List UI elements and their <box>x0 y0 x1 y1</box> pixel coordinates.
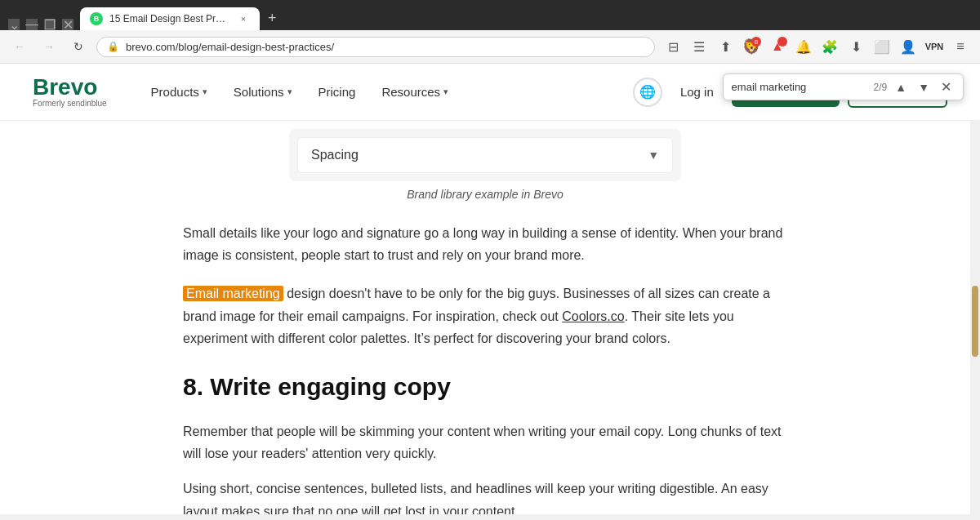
logo-subtext: Formerly sendinblue <box>33 99 107 108</box>
nav-products-label: Products <box>151 85 199 99</box>
para-4: Using short, concise sentences, bulleted… <box>183 478 787 514</box>
highlight-text: Email marketing <box>183 286 283 301</box>
login-button[interactable]: Log in <box>670 78 724 105</box>
url-text: brevo.com/blog/email-design-best-practic… <box>126 41 644 53</box>
nav-item-resources[interactable]: Resources ▾ <box>370 78 460 105</box>
reader-mode-icon[interactable]: ⊟ <box>662 35 684 58</box>
nav-resources-chevron: ▾ <box>443 87 448 97</box>
address-bar[interactable]: 🔒 brevo.com/blog/email-design-best-pract… <box>96 37 655 57</box>
image-caption: Brand library example in Brevo <box>289 188 681 201</box>
new-tab-button[interactable]: + <box>261 7 283 30</box>
nav-solutions-chevron: ▾ <box>287 87 292 97</box>
bookmark-icon[interactable]: ☰ <box>688 35 710 58</box>
sidebar-toggle-icon[interactable]: ⬜ <box>871 35 893 58</box>
find-bar: 2/9 ▲ ▼ ✕ <box>723 73 964 100</box>
vpn-label[interactable]: VPN <box>923 35 946 58</box>
menu-icon[interactable]: ≡ <box>949 35 972 58</box>
article-body: Small details like your logo and signatu… <box>150 222 820 514</box>
extensions-icon[interactable]: 🧩 <box>818 35 841 58</box>
section-heading-8: 8. Write engaging copy <box>183 366 787 407</box>
para-2: Email marketing design doesn't have to b… <box>183 282 787 349</box>
brave-extension-icon[interactable]: 🦁 8 <box>740 35 763 58</box>
nav-item-products[interactable]: Products ▾ <box>140 78 219 105</box>
browser-toolbar: ← → ↻ 🔒 brevo.com/blog/email-design-best… <box>0 30 980 64</box>
window-close-btn[interactable]: ✕ <box>62 19 74 30</box>
logo-text: Brevo <box>33 76 107 99</box>
nav-products-chevron: ▾ <box>203 87 207 97</box>
browser-tab-active[interactable]: B 15 Email Design Best Practices f × <box>80 7 260 30</box>
toolbar-icons: ⊟ ☰ ⬆ 🦁 8 ▲ 🔔 🧩 ⬇ ⬜ 👤 VPN ≡ <box>662 35 972 58</box>
reload-button[interactable]: ↻ <box>67 35 90 58</box>
forward-button[interactable]: → <box>38 35 60 58</box>
find-prev-button[interactable]: ▲ <box>892 79 910 96</box>
notifications-icon[interactable]: 🔔 <box>792 35 815 58</box>
profile-icon[interactable]: 👤 <box>897 35 920 58</box>
para-1: Small details like your logo and signatu… <box>183 222 787 266</box>
browser-window: ⌄ — ❐ ✕ B 15 Email Design Best Practices… <box>0 0 980 514</box>
tab-title: 15 Email Design Best Practices f <box>109 13 230 24</box>
find-count: 2/9 <box>874 82 888 93</box>
find-next-button[interactable]: ▼ <box>915 79 933 96</box>
browser-titlebar: ⌄ — ❐ ✕ B 15 Email Design Best Practices… <box>0 0 980 30</box>
para-3: Remember that people will be skimming yo… <box>183 420 787 464</box>
spacing-label: Spacing <box>311 148 359 162</box>
nav-pricing-label: Pricing <box>318 85 356 99</box>
brevo-logo: Brevo Formerly sendinblue <box>33 76 107 108</box>
find-input[interactable] <box>732 81 869 93</box>
window-minimize-btn[interactable]: — <box>26 19 38 30</box>
extension2-icon[interactable]: ▲ <box>766 35 789 58</box>
nav-item-pricing[interactable]: Pricing <box>307 78 368 105</box>
nav-item-solutions[interactable]: Solutions ▾ <box>222 78 304 105</box>
nav-solutions-label: Solutions <box>234 85 284 99</box>
tab-favicon: B <box>90 12 103 25</box>
tab-close-btn[interactable]: × <box>237 12 250 25</box>
coolors-link[interactable]: Coolors.co <box>562 309 624 323</box>
brave-badge: 8 <box>751 37 761 47</box>
downloads-icon[interactable]: ⬇ <box>844 35 867 58</box>
language-selector[interactable]: 🌐 <box>633 78 662 107</box>
window-maximize-btn[interactable]: ❐ <box>44 19 56 30</box>
spacing-chevron: ▼ <box>648 149 659 162</box>
window-more-btn[interactable]: ⌄ <box>8 19 20 30</box>
spacing-row: Spacing ▼ <box>297 137 673 173</box>
brand-card: Spacing ▼ <box>289 129 681 181</box>
brand-library-section: Spacing ▼ Brand library example in Brevo <box>0 129 970 217</box>
back-button[interactable]: ← <box>8 35 31 58</box>
find-close-button[interactable]: ✕ <box>938 78 955 96</box>
nav-resources-label: Resources <box>381 85 440 99</box>
scrollbar-thumb <box>972 286 978 357</box>
share-icon[interactable]: ⬆ <box>714 35 737 58</box>
website-content: Brevo Formerly sendinblue Products ▾ Sol… <box>0 64 980 514</box>
ext2-badge <box>777 37 787 47</box>
nav-menu: Products ▾ Solutions ▾ Pricing Resources… <box>140 78 617 105</box>
scrollbar-track[interactable] <box>970 121 980 514</box>
lock-icon: 🔒 <box>107 41 119 52</box>
